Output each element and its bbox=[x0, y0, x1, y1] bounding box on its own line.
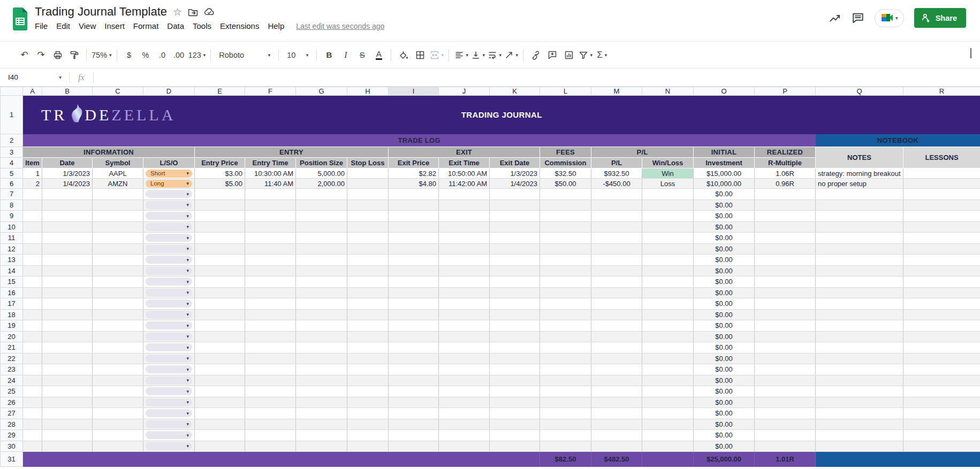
cell-D19[interactable]: ▾ bbox=[143, 320, 195, 332]
cell-I22[interactable] bbox=[389, 353, 439, 364]
cell-P9[interactable] bbox=[755, 211, 816, 222]
cell-A7[interactable] bbox=[23, 189, 42, 200]
cell-F14[interactable] bbox=[245, 265, 296, 276]
cell-Q13[interactable] bbox=[816, 255, 903, 266]
cell-I25[interactable] bbox=[389, 386, 439, 397]
row-header-3[interactable]: 3 bbox=[1, 147, 23, 158]
cell-L6[interactable]: $50.00 bbox=[540, 179, 591, 189]
functions-button[interactable]: Σ▾ bbox=[595, 48, 609, 62]
lso-dropdown-chip[interactable]: ▾ bbox=[146, 333, 192, 341]
lso-dropdown-chip[interactable]: ▾ bbox=[146, 267, 192, 275]
row-header-6[interactable]: 6 bbox=[1, 179, 23, 189]
cell-E10[interactable] bbox=[195, 221, 245, 233]
cell-F17[interactable] bbox=[245, 298, 296, 310]
cell-N11[interactable] bbox=[642, 233, 694, 244]
cell-K12[interactable] bbox=[490, 243, 540, 255]
cell-O25[interactable]: $0.00 bbox=[694, 386, 755, 397]
cell-N29[interactable] bbox=[642, 430, 694, 441]
cell-M5[interactable]: $932.50 bbox=[591, 168, 642, 179]
cell-J22[interactable] bbox=[439, 353, 490, 364]
subheader-item[interactable]: Item bbox=[23, 158, 42, 168]
lso-dropdown-chip[interactable]: ▾ bbox=[146, 299, 192, 307]
cell-D11[interactable]: ▾ bbox=[143, 233, 195, 244]
cell-E27[interactable] bbox=[195, 408, 245, 419]
cell-O6[interactable]: $10,000.00 bbox=[694, 179, 755, 189]
cell-R12[interactable] bbox=[903, 243, 980, 255]
notebook-header[interactable]: NOTEBOOK bbox=[816, 134, 980, 147]
row-header-7[interactable]: 7 bbox=[1, 189, 23, 200]
cell-A14[interactable] bbox=[23, 265, 42, 276]
subheader-date[interactable]: Date bbox=[42, 158, 93, 168]
cell-D5[interactable]: Short▾ bbox=[143, 168, 195, 179]
strikethrough-button[interactable]: S bbox=[355, 48, 369, 62]
cell-G24[interactable] bbox=[296, 375, 347, 386]
cell-A16[interactable] bbox=[23, 287, 42, 298]
cell-I18[interactable] bbox=[389, 309, 439, 320]
row-header-30[interactable]: 30 bbox=[1, 441, 23, 452]
format-currency-button[interactable]: $ bbox=[122, 48, 136, 62]
cell-I28[interactable] bbox=[389, 419, 439, 430]
cell-P14[interactable] bbox=[755, 265, 816, 276]
cell-D8[interactable]: ▾ bbox=[143, 199, 195, 211]
cell-F11[interactable] bbox=[245, 233, 296, 244]
cell-B10[interactable] bbox=[42, 221, 93, 233]
cell-H23[interactable] bbox=[347, 364, 389, 375]
row-header-28[interactable]: 28 bbox=[1, 419, 23, 430]
cell-P22[interactable] bbox=[755, 353, 816, 364]
cell-O18[interactable]: $0.00 bbox=[694, 309, 755, 320]
cell-J5[interactable]: 10:50:00 AM bbox=[439, 168, 490, 179]
more-formats-button[interactable]: 123▾ bbox=[188, 48, 206, 62]
cell-Q22[interactable] bbox=[816, 353, 903, 364]
fill-color-button[interactable] bbox=[396, 48, 411, 62]
cell-D18[interactable]: ▾ bbox=[143, 309, 195, 320]
cell-N19[interactable] bbox=[642, 320, 694, 332]
cell-H6[interactable] bbox=[347, 179, 389, 189]
cell-C28[interactable] bbox=[93, 419, 143, 430]
total-investment[interactable]: $25,000.00 bbox=[694, 452, 755, 467]
cell-O9[interactable]: $0.00 bbox=[694, 211, 755, 222]
cell-D17[interactable]: ▾ bbox=[143, 298, 195, 310]
cell-R22[interactable] bbox=[903, 353, 980, 364]
cell-Q28[interactable] bbox=[816, 419, 903, 430]
cell-R24[interactable] bbox=[903, 375, 980, 386]
cell-G17[interactable] bbox=[296, 298, 347, 310]
share-button[interactable]: Share bbox=[914, 8, 966, 28]
cell-D26[interactable]: ▾ bbox=[143, 397, 195, 408]
row-header-13[interactable]: 13 bbox=[1, 255, 23, 266]
cell-F29[interactable] bbox=[245, 430, 296, 441]
cell-N15[interactable] bbox=[642, 276, 694, 288]
cell-I7[interactable] bbox=[389, 189, 439, 200]
cell-A22[interactable] bbox=[23, 353, 42, 364]
section-header-entry[interactable]: ENTRY bbox=[195, 147, 389, 158]
cell-I6[interactable]: $4.80 bbox=[389, 179, 439, 189]
subheader-investment[interactable]: Investment bbox=[694, 158, 755, 168]
cell-E28[interactable] bbox=[195, 419, 245, 430]
meet-call-button[interactable]: ▾ bbox=[875, 9, 904, 27]
cell-B9[interactable] bbox=[42, 211, 93, 222]
lso-dropdown-chip[interactable]: ▾ bbox=[146, 278, 192, 286]
cell-J30[interactable] bbox=[439, 441, 490, 452]
lso-dropdown-chip[interactable]: ▾ bbox=[146, 409, 192, 417]
cell-B30[interactable] bbox=[42, 441, 93, 452]
row-header-18[interactable]: 18 bbox=[1, 309, 23, 320]
cell-P7[interactable] bbox=[755, 189, 816, 200]
cell-H27[interactable] bbox=[347, 408, 389, 419]
cell-A17[interactable] bbox=[23, 298, 42, 310]
cell-F16[interactable] bbox=[245, 287, 296, 298]
cell-K6[interactable]: 1/4/2023 bbox=[490, 179, 540, 189]
cell-N20[interactable] bbox=[642, 331, 694, 342]
cell-E13[interactable] bbox=[195, 255, 245, 266]
cell-P11[interactable] bbox=[755, 233, 816, 244]
cell-I11[interactable] bbox=[389, 233, 439, 244]
cell-A9[interactable] bbox=[23, 211, 42, 222]
column-header-P[interactable]: P bbox=[755, 87, 816, 96]
font-size-select[interactable]: 10▾ bbox=[284, 48, 312, 62]
cell-F15[interactable] bbox=[245, 276, 296, 288]
cell-A23[interactable] bbox=[23, 364, 42, 375]
cell-F24[interactable] bbox=[245, 375, 296, 386]
row-header-19[interactable]: 19 bbox=[1, 320, 23, 332]
column-header-Q[interactable]: Q bbox=[816, 87, 903, 96]
subheader-exit-date[interactable]: Exit Date bbox=[490, 158, 540, 168]
cell-R9[interactable] bbox=[903, 211, 980, 222]
cell-F22[interactable] bbox=[245, 353, 296, 364]
